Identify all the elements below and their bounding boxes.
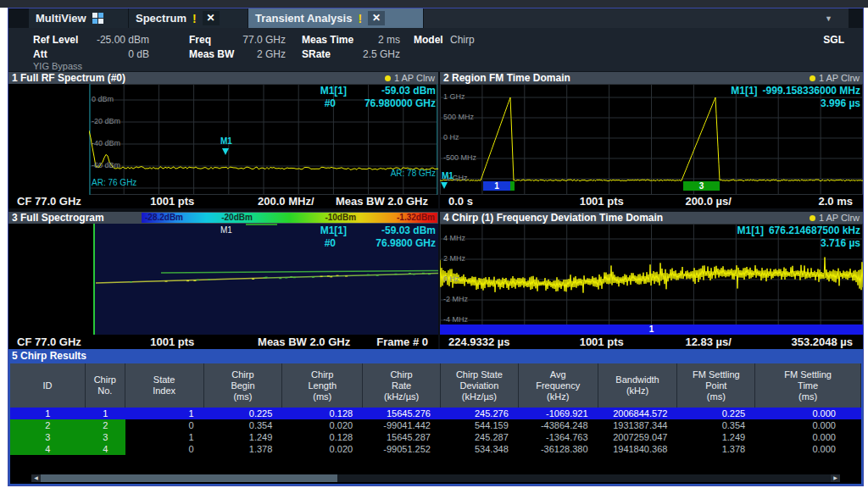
header-cell[interactable]: StateIndex xyxy=(125,363,204,408)
footer-item: 2.0 ms xyxy=(819,195,853,208)
table-row[interactable]: 2200.3540.020-99041.442544.159-43864.248… xyxy=(10,419,861,431)
panel-chirp-frequency-deviation: 4 Chirp (1) Frequency Deviation Time Dom… xyxy=(440,212,863,349)
colorbar-label: -28.2dBm xyxy=(145,213,183,223)
table-cell: 0.225 xyxy=(677,408,755,419)
footer-item: CF 77.0 GHz xyxy=(17,195,81,208)
table-cell: 544.159 xyxy=(441,419,519,431)
model-value[interactable]: Chirp xyxy=(450,34,475,46)
att-value[interactable]: 0 dB xyxy=(85,48,149,60)
header-cell[interactable]: Chirp StateDeviation(kHz/µs) xyxy=(441,363,519,408)
m1-marker-label[interactable]: M1 xyxy=(220,225,232,235)
tab-label: Spectrum xyxy=(136,12,186,25)
panel-chirp-results: 5 Chirp Results IDChirpNo.StateIndexChir… xyxy=(8,351,863,485)
table-cell: 245.276 xyxy=(441,408,519,419)
alert-icon: ! xyxy=(192,12,197,25)
settings-bar: Ref Level -25.00 dBm Freq 77.0 GHz Meas … xyxy=(8,28,863,72)
table-cell: 534.348 xyxy=(441,443,519,455)
meas-time-value[interactable]: 2 ms xyxy=(354,34,400,46)
table-row[interactable]: 1110.2250.12815645.276245.276-1069.92120… xyxy=(10,408,861,419)
scrollbar-left-arrow[interactable]: ◀ xyxy=(31,474,41,482)
marker-triangle-icon[interactable] xyxy=(222,148,229,155)
panel4-titlebar[interactable]: 4 Chirp (1) Frequency Deviation Time Dom… xyxy=(440,212,863,224)
panel2-footer: 0.0 s1001 pts200.0 µs/2.0 ms xyxy=(440,195,863,208)
region-bar-sliver xyxy=(510,181,515,191)
panel-full-rf-spectrum: 1 Full RF Spectrum (#0) 1 AP Clrw 0 dBm-… xyxy=(8,72,438,208)
table-cell: 1 xyxy=(125,408,204,419)
footer-item: 12.83 µs/ xyxy=(685,336,731,349)
panel1-titlebar[interactable]: 1 Full RF Spectrum (#0) 1 AP Clrw xyxy=(8,72,438,84)
table-cell: 0.000 xyxy=(755,431,861,443)
axis-tick-label: -500 MHz xyxy=(443,153,476,162)
table-cell: 2 xyxy=(86,419,125,431)
footer-item: 1001 pts xyxy=(580,195,624,208)
trace-dot-icon xyxy=(810,215,815,221)
table-cell: 0.000 xyxy=(755,408,861,419)
header-cell[interactable]: ChirpBegin(ms) xyxy=(204,363,283,408)
app-window: MultiView Spectrum ! ✕ Transient Analysi… xyxy=(8,8,864,486)
freq-value[interactable]: 77.0 GHz xyxy=(229,34,286,46)
sgl-indicator: SGL xyxy=(823,34,844,46)
region-bar-1[interactable]: 1 xyxy=(483,181,510,191)
axis-tick-label: -60 dBm xyxy=(92,161,120,169)
axis-tick-label: 0 Hz xyxy=(443,133,459,141)
panel2-plot[interactable]: 1 GHz500 MHz0 Hz-500 MHz-1 GHz M1[1]-999… xyxy=(440,84,863,195)
close-icon[interactable]: ✕ xyxy=(203,11,220,25)
header-cell[interactable]: ID xyxy=(10,363,86,408)
table-cell: 0 xyxy=(125,443,204,455)
h-scrollbar[interactable]: ◀ ▶ xyxy=(31,474,840,482)
ref-level-value[interactable]: -25.00 dBm xyxy=(85,34,149,46)
panel2-titlebar[interactable]: 2 Region FM Time Domain 1 AP Clrw xyxy=(440,72,863,84)
header-cell[interactable]: ChirpLength(ms) xyxy=(282,363,363,408)
axis-tick-label: 0 Hz xyxy=(443,274,459,283)
table-row[interactable]: 4401.3780.020-99051.252534.348-36128.380… xyxy=(10,443,861,455)
close-icon[interactable]: ✕ xyxy=(368,11,385,25)
axis-tick-label: 500 MHz xyxy=(443,113,474,121)
tab-label: Transient Analysis xyxy=(255,12,352,25)
table-cell: -1069.921 xyxy=(519,408,598,419)
tab-strip-spacer xyxy=(424,8,849,28)
table-row[interactable]: 3311.2490.12815645.287245.287-1364.76320… xyxy=(10,431,861,443)
header-cell[interactable]: ChirpNo. xyxy=(86,363,125,408)
panel1-footer: CF 77.0 GHz1001 pts200.0 MHz/Meas BW 2.0… xyxy=(8,195,438,208)
meas-bw-value[interactable]: 2 GHz xyxy=(229,48,286,60)
table-cell: 15645.276 xyxy=(363,408,441,419)
panel3-titlebar[interactable]: 3 Full Spectrogram -28.2dBm -20dBm -10dB… xyxy=(8,212,438,224)
chirp-region-bar[interactable]: 1 xyxy=(440,324,863,335)
header-cell[interactable]: Bandwidth(kHz) xyxy=(598,363,678,408)
header-cell[interactable]: FM SettlingPoint(ms) xyxy=(677,363,755,408)
top-strip xyxy=(0,0,868,8)
footer-item: 1001 pts xyxy=(150,336,194,349)
colorbar-label: -10dBm xyxy=(325,213,356,223)
panel3-plot[interactable]: M1 M1[1]-59.03 dBm #076.9800 GHz xyxy=(8,224,438,335)
panel1-plot[interactable]: 0 dBm-20 dBm-40 dBm-60 dBm M1[1]-59.03 d… xyxy=(8,84,438,195)
table-cell: 3 xyxy=(10,431,86,443)
table-cell: 2 xyxy=(10,419,86,431)
table-cell: 2006844.572 xyxy=(598,408,678,419)
footer-item: 1001 pts xyxy=(580,336,624,349)
srate-value[interactable]: 2.5 GHz xyxy=(354,48,400,60)
region-bar-3[interactable]: 3 xyxy=(683,181,720,191)
chevron-down-icon[interactable]: ▼ xyxy=(825,14,832,23)
header-cell[interactable]: FM SettlingTime(ms) xyxy=(755,363,861,408)
m1-marker-label[interactable]: M1 xyxy=(442,171,453,180)
scrollbar-thumb[interactable] xyxy=(41,474,337,482)
panel3-title: 3 Full Spectrogram xyxy=(12,212,104,224)
marker-triangle-icon[interactable] xyxy=(441,182,448,189)
table-cell: 0.225 xyxy=(204,408,283,419)
table-cell: 4 xyxy=(86,443,125,455)
ar-label-right: AR: 78 GHz xyxy=(391,169,436,178)
table-cell: 1 xyxy=(86,408,125,419)
scrollbar-right-arrow[interactable]: ▶ xyxy=(831,474,840,482)
header-cell[interactable]: AvgFrequency(kHz) xyxy=(519,363,598,408)
tab-transient-analysis[interactable]: Transient Analysis ! ✕ xyxy=(248,8,423,28)
panel-full-spectrogram: 3 Full Spectrogram -28.2dBm -20dBm -10dB… xyxy=(8,212,438,349)
table-cell: -1364.763 xyxy=(519,431,598,443)
tab-spectrum[interactable]: Spectrum ! ✕ xyxy=(129,8,248,28)
panel4-title: 4 Chirp (1) Frequency Deviation Time Dom… xyxy=(443,212,663,224)
tab-multiview[interactable]: MultiView xyxy=(29,8,128,28)
panel4-plot[interactable]: 4 MHz2 MHz0 Hz-2 MHz-4 MHz M1[1]676.2146… xyxy=(440,224,863,335)
footer-item: 353.2048 µs xyxy=(791,336,853,349)
m1-marker-label[interactable]: M1 xyxy=(220,136,232,146)
header-cell[interactable]: ChirpRate(kHz/µs) xyxy=(363,363,441,408)
results-title[interactable]: 5 Chirp Results xyxy=(8,349,863,363)
